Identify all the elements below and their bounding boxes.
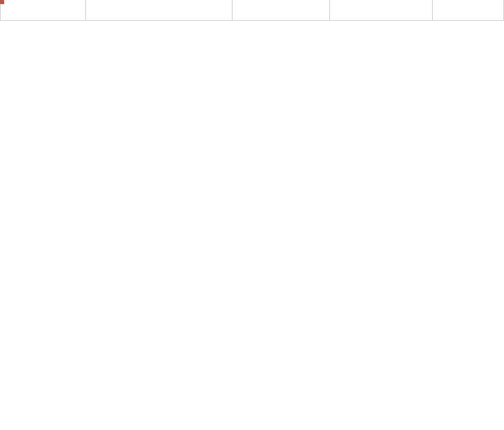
header-amount[interactable] <box>233 0 330 21</box>
spreadsheet-grid[interactable] <box>0 0 504 21</box>
header-empty-e[interactable] <box>433 0 504 21</box>
header-balance[interactable] <box>330 0 433 21</box>
header-category[interactable] <box>86 0 233 21</box>
header-date[interactable] <box>0 0 86 21</box>
